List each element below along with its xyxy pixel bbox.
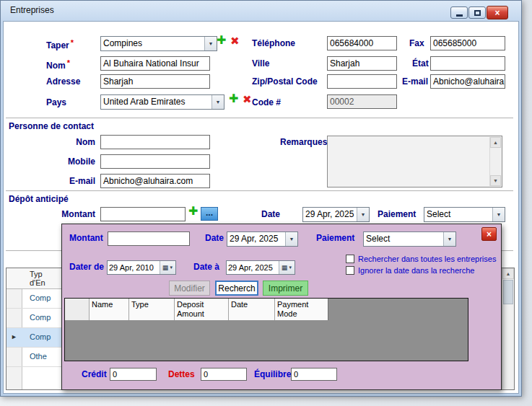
chevron-down-icon: ▼	[204, 37, 217, 50]
chevron-down-icon: ▼	[492, 208, 505, 221]
contact-email-label: E-mail	[42, 176, 95, 186]
deposit-date-value: 29 Apr, 2025	[303, 208, 357, 221]
checkbox-ignore-date-label: Ignorer la date dans la recherche	[358, 266, 474, 275]
required-asterisk: *	[71, 38, 74, 47]
equilibre-label: Équilibre	[254, 369, 291, 379]
close-icon: ×	[494, 8, 500, 18]
checkbox-ignore-date[interactable]: Ignorer la date dans la recherche	[346, 266, 474, 275]
adresse-field[interactable]: Sharjah	[100, 74, 210, 89]
dialog-date-value: 29 Apr, 2025	[227, 232, 285, 246]
table-header-type[interactable]: Type	[129, 299, 175, 320]
scroll-down-icon[interactable]: ▼	[490, 175, 501, 186]
checkbox-all-companies-label: Rechercher dans toutes les entreprises	[358, 255, 496, 263]
taper-label: Taper*	[46, 38, 74, 50]
table-header-name[interactable]: Name	[90, 299, 129, 320]
scroll-up-icon[interactable]: ▲	[490, 137, 501, 148]
dialog-close-button[interactable]: ×	[481, 227, 497, 241]
checkbox-all-companies[interactable]: Rechercher dans toutes les entreprises	[346, 255, 496, 263]
dialog-paiement-select[interactable]: Select ▼	[363, 231, 456, 247]
row-selector-icon: ►	[11, 333, 17, 340]
dater-de-picker[interactable]: 29 Apr, 2010 ▦▼	[107, 260, 176, 275]
deposit-date-select[interactable]: 29 Apr, 2025 ▼	[302, 207, 370, 222]
pays-select-value: United Arab Emirates	[101, 95, 212, 109]
grid-type-column-header[interactable]: Typ d'En	[30, 270, 45, 287]
scroll-up-icon[interactable]: ▲	[502, 268, 514, 279]
dialog-paiement-value: Select	[364, 232, 443, 246]
code-field: 00002	[327, 94, 397, 109]
dialog-date-select[interactable]: 29 Apr, 2025 ▼	[227, 231, 298, 247]
credit-field[interactable]: 0	[110, 368, 157, 381]
contact-section-title: Personne de contact	[9, 121, 94, 131]
equilibre-field[interactable]: 0	[291, 368, 337, 381]
chevron-down-icon: ▼	[443, 232, 455, 246]
dialog-paiement-label: Paiement	[316, 233, 354, 243]
adresse-label: Adresse	[46, 76, 80, 87]
remarques-textarea[interactable]: ▲ ▼	[327, 136, 502, 187]
montant-field[interactable]	[100, 207, 186, 221]
montant-label: Montant	[42, 209, 95, 219]
calendar-icon[interactable]: ▦▼	[279, 261, 295, 274]
contact-email-field[interactable]: Abnicho@aluhaira.com	[100, 174, 210, 188]
required-asterisk: *	[67, 58, 70, 67]
delete-country-icon[interactable]: ✖	[243, 94, 252, 105]
taper-select-value: Compines	[101, 37, 204, 50]
telephone-label: Téléphone	[252, 38, 295, 48]
paiement-select[interactable]: Select ▼	[424, 207, 505, 222]
telephone-field[interactable]: 065684000	[327, 36, 397, 50]
date-a-label: Date à	[193, 262, 219, 272]
window-close-button[interactable]: ×	[487, 6, 508, 19]
add-country-icon[interactable]: ✚	[229, 93, 238, 105]
contact-mobile-label: Mobile	[42, 156, 95, 167]
delete-type-icon[interactable]: ✖	[230, 35, 240, 46]
ville-field[interactable]: Sharjah	[327, 56, 397, 71]
etat-field[interactable]	[430, 56, 505, 71]
table-selector-header	[65, 299, 90, 320]
remarques-scrollbar[interactable]: ▲ ▼	[489, 137, 501, 186]
recherch-button[interactable]: Recherch	[215, 281, 258, 296]
ville-label: Ville	[252, 58, 269, 69]
window-title: Entreprises	[10, 5, 54, 15]
scrollbar-thumb[interactable]	[503, 280, 513, 304]
add-type-icon[interactable]: ✚	[217, 35, 226, 46]
contact-mobile-field[interactable]	[100, 154, 210, 169]
date-a-value: 29 Apr, 2025	[227, 261, 279, 274]
nom-label: Nom*	[46, 58, 70, 71]
dialog-montant-field[interactable]	[108, 231, 190, 246]
contact-nom-field[interactable]	[100, 135, 210, 149]
taper-select[interactable]: Compines ▼	[100, 36, 217, 51]
section-divider	[6, 118, 513, 119]
chevron-down-icon: ▼	[285, 232, 297, 246]
grid-scrollbar[interactable]: ▲	[502, 268, 514, 389]
section-divider	[6, 190, 513, 192]
browse-deposits-button[interactable]: ...	[201, 207, 218, 221]
chevron-down-icon: ▼	[288, 265, 292, 270]
dettes-label: Dettes	[168, 369, 195, 379]
imprimer-button[interactable]: Imprimer	[263, 281, 308, 296]
maximize-icon	[474, 10, 481, 16]
pays-select[interactable]: United Arab Emirates ▼	[100, 94, 224, 110]
checkbox-box[interactable]	[346, 255, 354, 263]
calendar-icon[interactable]: ▦▼	[160, 261, 175, 274]
table-header-date[interactable]: Date	[229, 299, 275, 320]
table-header-deposit-amount[interactable]: Deposit Amount	[175, 299, 229, 320]
date-a-picker[interactable]: 29 Apr, 2025 ▦▼	[226, 260, 295, 275]
add-deposit-icon[interactable]: ✚	[188, 206, 198, 217]
fax-field[interactable]: 065685000	[430, 36, 505, 50]
table-header-payment-mode[interactable]: Payment Mode	[275, 299, 328, 320]
etat-label: État	[412, 58, 429, 69]
deposit-date-label: Date	[261, 209, 280, 219]
zip-field[interactable]	[327, 74, 397, 89]
dater-de-label: Dater de	[69, 262, 104, 272]
email-field[interactable]: Abnicho@aluhaira.com	[430, 74, 505, 89]
deposit-section-title: Dépôt anticipé	[9, 194, 69, 204]
minimize-icon	[456, 14, 463, 17]
maximize-button[interactable]	[468, 6, 486, 19]
minimize-button[interactable]	[450, 6, 468, 19]
desktop: Entreprises × Taper* Compines ▼ ✚ ✖ Télé…	[0, 0, 532, 406]
nom-field[interactable]: Al Buhaira National Insur	[100, 56, 210, 71]
chevron-down-icon: ▼	[357, 208, 369, 221]
email-label: E-mail	[402, 76, 428, 87]
dettes-field[interactable]: 0	[201, 368, 247, 381]
checkbox-box[interactable]	[346, 266, 354, 275]
paiement-select-value: Select	[424, 208, 492, 221]
